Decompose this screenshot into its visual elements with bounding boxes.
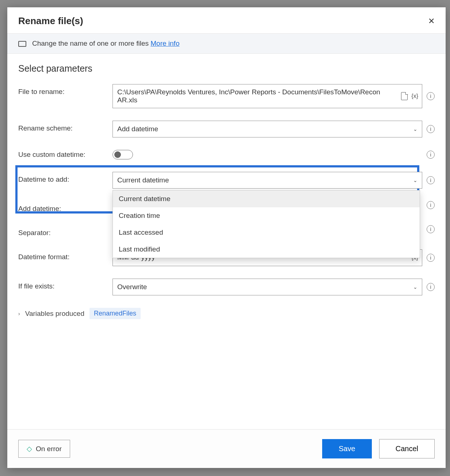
label-file-to-rename: File to rename: bbox=[18, 84, 113, 96]
on-error-label: On error bbox=[36, 445, 62, 453]
dialog-footer: ◇ On error Save Cancel bbox=[7, 429, 446, 468]
dialog-title: Rename file(s) bbox=[18, 15, 83, 27]
more-info-link[interactable]: More info bbox=[150, 39, 179, 47]
label-rename-scheme: Rename scheme: bbox=[18, 121, 113, 132]
variables-produced-label: Variables produced bbox=[25, 310, 84, 318]
rename-icon bbox=[18, 41, 26, 46]
dropdown-option-last-modified[interactable]: Last modified bbox=[113, 241, 420, 258]
info-icon[interactable]: i bbox=[427, 283, 435, 291]
label-separator: Separator: bbox=[18, 225, 113, 237]
rename-files-dialog: Rename file(s) ✕ Change the name of one … bbox=[7, 7, 446, 468]
save-button[interactable]: Save bbox=[322, 439, 372, 458]
chevron-down-icon: ⌄ bbox=[413, 177, 417, 183]
use-custom-datetime-toggle[interactable] bbox=[113, 150, 133, 159]
rename-scheme-select[interactable]: Add datetime ⌄ bbox=[113, 121, 422, 137]
info-icon[interactable]: i bbox=[427, 176, 435, 184]
on-error-button[interactable]: ◇ On error bbox=[18, 440, 70, 458]
datetime-to-add-value: Current datetime bbox=[117, 176, 169, 184]
section-title: Select parameters bbox=[18, 63, 435, 74]
chevron-down-icon: ⌄ bbox=[413, 126, 417, 132]
file-to-rename-value: C:\Users\PA\Reynolds Ventures, Inc\Power… bbox=[117, 88, 380, 104]
description-text: Change the name of one or more files Mor… bbox=[32, 39, 179, 48]
dialog-body: Select parameters File to rename: C:\Use… bbox=[7, 54, 446, 429]
label-if-file-exists: If file exists: bbox=[18, 279, 113, 290]
datetime-to-add-dropdown: Current datetime Creation time Last acce… bbox=[113, 190, 420, 258]
row-rename-scheme: Rename scheme: Add datetime ⌄ i bbox=[18, 121, 435, 137]
variable-icon[interactable]: {x} bbox=[411, 93, 418, 99]
description-bar: Change the name of one or more files Mor… bbox=[7, 33, 446, 54]
info-icon[interactable]: i bbox=[427, 92, 435, 100]
info-icon[interactable]: i bbox=[427, 254, 435, 262]
cancel-button[interactable]: Cancel bbox=[379, 439, 435, 458]
label-add-datetime: Add datetime: bbox=[18, 201, 113, 213]
variables-produced-pill[interactable]: RenamedFiles bbox=[89, 308, 141, 319]
dropdown-option-current-datetime[interactable]: Current datetime bbox=[113, 190, 420, 207]
file-picker-icon[interactable] bbox=[401, 92, 408, 100]
row-use-custom-datetime: Use custom datetime: i bbox=[18, 150, 435, 159]
datetime-to-add-select[interactable]: Current datetime ⌄ bbox=[113, 172, 422, 189]
info-icon[interactable]: i bbox=[427, 151, 435, 159]
row-if-file-exists: If file exists: Overwrite ⌄ i bbox=[18, 279, 435, 295]
dropdown-option-creation-time[interactable]: Creation time bbox=[113, 207, 420, 224]
dropdown-option-last-accessed[interactable]: Last accessed bbox=[113, 224, 420, 241]
info-icon[interactable]: i bbox=[427, 225, 435, 233]
variables-produced-row[interactable]: › Variables produced RenamedFiles bbox=[18, 308, 435, 319]
label-use-custom-datetime: Use custom datetime: bbox=[18, 151, 113, 159]
info-icon[interactable]: i bbox=[427, 125, 435, 133]
chevron-down-icon: ⌄ bbox=[413, 284, 417, 290]
label-datetime-to-add: Datetime to add: bbox=[18, 172, 113, 184]
label-datetime-format: Datetime format: bbox=[18, 249, 113, 261]
file-to-rename-input[interactable]: C:\Users\PA\Reynolds Ventures, Inc\Power… bbox=[113, 84, 422, 108]
if-file-exists-value: Overwrite bbox=[117, 283, 147, 291]
dialog-titlebar: Rename file(s) ✕ bbox=[7, 7, 446, 33]
row-datetime-to-add: Datetime to add: Current datetime ⌄ i Cu… bbox=[18, 172, 435, 189]
if-file-exists-select[interactable]: Overwrite ⌄ bbox=[113, 279, 422, 295]
info-icon[interactable]: i bbox=[427, 201, 435, 209]
row-file-to-rename: File to rename: C:\Users\PA\Reynolds Ven… bbox=[18, 84, 435, 108]
close-icon[interactable]: ✕ bbox=[428, 16, 435, 26]
shield-icon: ◇ bbox=[27, 445, 32, 453]
rename-scheme-value: Add datetime bbox=[117, 125, 158, 133]
chevron-right-icon: › bbox=[18, 311, 20, 317]
